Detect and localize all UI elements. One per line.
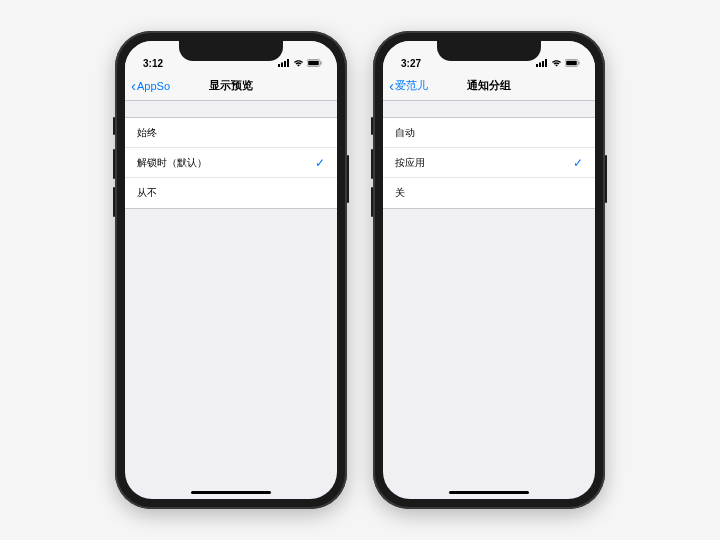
svg-rect-9 bbox=[542, 61, 544, 67]
checkmark-icon: ✓ bbox=[315, 156, 325, 170]
svg-rect-5 bbox=[308, 61, 319, 66]
battery-icon bbox=[565, 58, 581, 69]
option-label: 按应用 bbox=[395, 156, 425, 170]
status-time: 3:27 bbox=[401, 58, 421, 69]
svg-rect-1 bbox=[281, 63, 283, 68]
option-row[interactable]: 按应用 ✓ bbox=[383, 148, 595, 178]
svg-rect-2 bbox=[284, 61, 286, 67]
back-label: AppSo bbox=[137, 80, 170, 92]
options-list: 始终 解锁时（默认） ✓ 从不 bbox=[125, 117, 337, 209]
chevron-left-icon: ‹ bbox=[131, 78, 136, 93]
signal-icon bbox=[278, 58, 290, 69]
option-row[interactable]: 关 bbox=[383, 178, 595, 208]
option-row[interactable]: 始终 bbox=[125, 118, 337, 148]
battery-icon bbox=[307, 58, 323, 69]
svg-rect-10 bbox=[545, 59, 547, 67]
option-label: 解锁时（默认） bbox=[137, 156, 207, 170]
back-button[interactable]: ‹ 爱范儿 bbox=[389, 78, 428, 93]
chevron-left-icon: ‹ bbox=[389, 78, 394, 93]
back-label: 爱范儿 bbox=[395, 78, 428, 93]
wifi-icon bbox=[551, 58, 562, 69]
phone-left: 3:12 ‹ AppSo 显示预览 始终 解锁时（默认） ✓ 从不 bbox=[115, 31, 347, 509]
svg-rect-0 bbox=[278, 64, 280, 67]
svg-rect-3 bbox=[287, 59, 289, 67]
wifi-icon bbox=[293, 58, 304, 69]
option-label: 从不 bbox=[137, 186, 157, 200]
svg-rect-8 bbox=[539, 63, 541, 68]
option-row[interactable]: 从不 bbox=[125, 178, 337, 208]
notch bbox=[179, 41, 283, 61]
svg-rect-13 bbox=[579, 62, 580, 65]
home-indicator[interactable] bbox=[191, 491, 271, 494]
options-list: 自动 按应用 ✓ 关 bbox=[383, 117, 595, 209]
checkmark-icon: ✓ bbox=[573, 156, 583, 170]
status-time: 3:12 bbox=[143, 58, 163, 69]
nav-bar: ‹ AppSo 显示预览 bbox=[125, 71, 337, 101]
option-row[interactable]: 解锁时（默认） ✓ bbox=[125, 148, 337, 178]
nav-bar: ‹ 爱范儿 通知分组 bbox=[383, 71, 595, 101]
option-label: 始终 bbox=[137, 126, 157, 140]
svg-rect-12 bbox=[566, 61, 577, 66]
signal-icon bbox=[536, 58, 548, 69]
svg-rect-6 bbox=[321, 62, 322, 65]
option-label: 自动 bbox=[395, 126, 415, 140]
back-button[interactable]: ‹ AppSo bbox=[131, 79, 170, 93]
option-label: 关 bbox=[395, 186, 405, 200]
phone-right: 3:27 ‹ 爱范儿 通知分组 自动 按应用 ✓ 关 bbox=[373, 31, 605, 509]
home-indicator[interactable] bbox=[449, 491, 529, 494]
notch bbox=[437, 41, 541, 61]
page-title: 通知分组 bbox=[467, 78, 511, 93]
svg-rect-7 bbox=[536, 64, 538, 67]
page-title: 显示预览 bbox=[209, 78, 253, 93]
option-row[interactable]: 自动 bbox=[383, 118, 595, 148]
